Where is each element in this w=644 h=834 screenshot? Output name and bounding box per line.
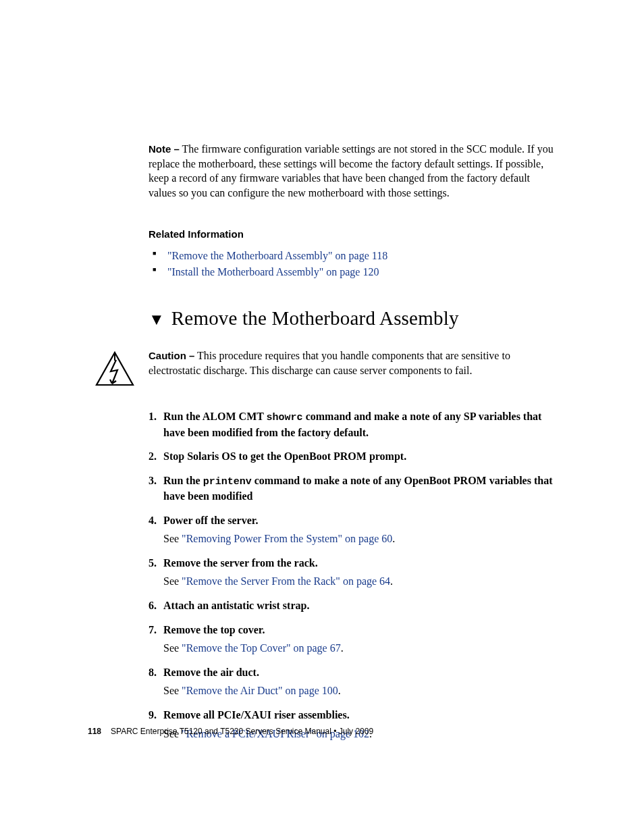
see-suffix: . [341, 642, 344, 654]
see-suffix: . [392, 533, 395, 544]
step-3: 3. Run the printenv command to make a no… [149, 473, 556, 504]
step-1: 1. Run the ALOM CMT showrc command and m… [149, 409, 556, 440]
section-title: Remove the Motherboard Assembly [171, 307, 459, 330]
see-prefix: See [163, 685, 182, 696]
see-prefix: See [163, 575, 182, 587]
step-7: 7. Remove the top cover. See "Remove the… [149, 623, 556, 656]
step-number: 5. [149, 556, 157, 571]
procedure-steps: 1. Run the ALOM CMT showrc command and m… [149, 409, 556, 741]
page-number: 118 [88, 727, 101, 736]
link-remove-server-rack[interactable]: "Remove the Server From the Rack" on pag… [182, 575, 390, 587]
step-5: 5. Remove the server from the rack. See … [149, 556, 556, 589]
caution-block: Caution – This procedure requires that y… [95, 348, 556, 390]
step-number: 6. [149, 598, 157, 613]
step-text: Stop Solaris OS to get the OpenBoot PROM… [163, 450, 406, 462]
step-number: 1. [149, 409, 157, 424]
esd-warning-icon [95, 351, 135, 390]
step-2: 2. Stop Solaris OS to get the OpenBoot P… [149, 449, 556, 464]
code-showrc: showrc [267, 412, 303, 423]
link-remove-top-cover[interactable]: "Remove the Top Cover" on page 67 [182, 642, 341, 654]
related-information-heading: Related Information [149, 228, 556, 240]
note-label: Note – [149, 143, 180, 155]
note-text: The firmware configuration variable sett… [149, 143, 554, 199]
note-block: Note – The firmware configuration variab… [149, 142, 556, 200]
caution-text: Caution – This procedure requires that y… [149, 348, 556, 377]
step-number: 4. [149, 513, 157, 528]
link-remove-air-duct[interactable]: "Remove the Air Duct" on page 100 [182, 685, 338, 696]
step-text: Remove all PCIe/XAUI riser assemblies. [163, 709, 350, 721]
step-text: Run the [163, 475, 203, 486]
section-heading-row: ▼ Remove the Motherboard Assembly [149, 307, 556, 330]
code-printenv: printenv [203, 476, 252, 488]
step-number: 7. [149, 623, 157, 637]
see-suffix: . [338, 685, 341, 696]
footer-text: SPARC Enterprise T5120 and T5220 Servers… [111, 727, 373, 736]
related-link-remove[interactable]: "Remove the Motherboard Assembly" on pag… [167, 250, 387, 261]
step-number: 9. [149, 708, 157, 723]
step-number: 2. [149, 449, 157, 464]
step-6: 6. Attach an antistatic wrist strap. [149, 598, 556, 613]
triangle-down-icon: ▼ [149, 311, 165, 328]
step-8: 8. Remove the air duct. See "Remove the … [149, 665, 556, 698]
step-number: 3. [149, 473, 157, 488]
list-item: "Remove the Motherboard Assembly" on pag… [149, 248, 556, 264]
step-number: 8. [149, 665, 157, 680]
link-removing-power[interactable]: "Removing Power From the System" on page… [182, 533, 392, 544]
step-text: Remove the top cover. [163, 624, 265, 635]
see-suffix: . [390, 575, 393, 587]
see-prefix: See [163, 533, 182, 544]
step-text: Attach an antistatic wrist strap. [163, 600, 309, 611]
list-item: "Install the Motherboard Assembly" on pa… [149, 264, 556, 280]
step-text: Remove the air duct. [163, 667, 259, 678]
related-links-list: "Remove the Motherboard Assembly" on pag… [149, 248, 556, 280]
page-footer: 118SPARC Enterprise T5120 and T5220 Serv… [88, 727, 373, 736]
caution-label: Caution – [149, 350, 194, 361]
step-4: 4. Power off the server. See "Removing P… [149, 513, 556, 546]
step-text: Remove the server from the rack. [163, 557, 318, 569]
caution-body: This procedure requires that you handle … [149, 350, 510, 376]
related-link-install[interactable]: "Install the Motherboard Assembly" on pa… [167, 266, 379, 278]
see-prefix: See [163, 642, 182, 654]
step-text: Power off the server. [163, 515, 258, 526]
step-text: Run the ALOM CMT [163, 411, 267, 422]
